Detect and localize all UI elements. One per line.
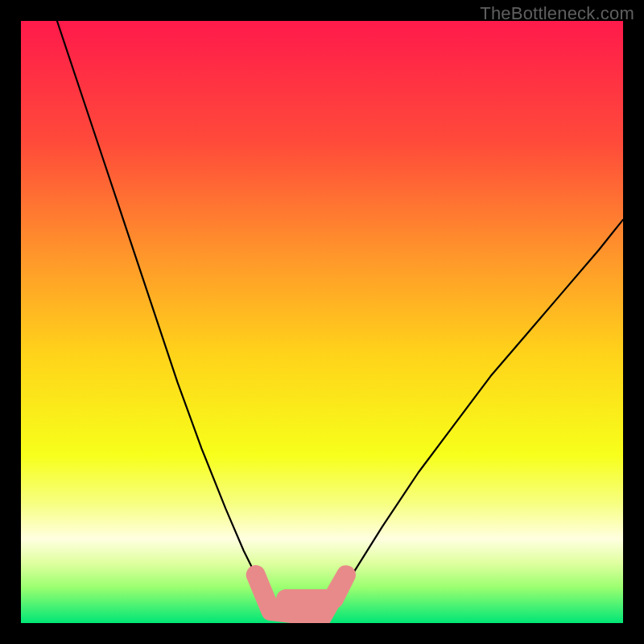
- chart-background: [21, 21, 623, 623]
- watermark-text: TheBottleneck.com: [480, 3, 634, 24]
- chart-svg: [21, 21, 623, 623]
- chart-frame: TheBottleneck.com: [0, 0, 644, 644]
- chart-plot-area: [21, 21, 623, 623]
